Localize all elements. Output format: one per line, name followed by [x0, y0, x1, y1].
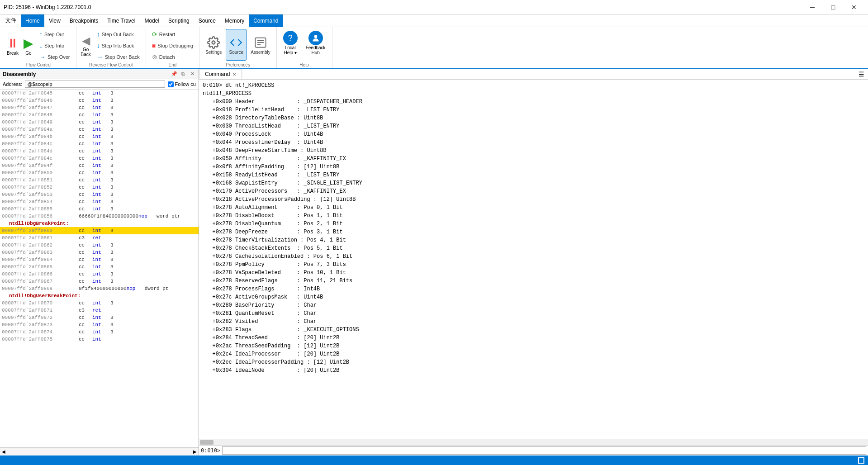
command-hscroll[interactable] [199, 439, 868, 445]
menu-item-model[interactable]: Model [140, 14, 164, 27]
restart-button[interactable]: ⟳ Restart [149, 29, 196, 40]
source-button[interactable]: Source [226, 29, 247, 61]
step-into-back-button[interactable]: ↓ Step Into Back [94, 40, 143, 51]
pane-close-button[interactable]: ✕ [189, 71, 196, 78]
ribbon-group-end: ⟳ Restart ■ Stop Debugging ⊗ Detach End [146, 27, 199, 68]
disasm-row[interactable]: 00007ffd`2aff084bccint3 [0, 133, 199, 140]
disasm-row[interactable]: 00007ffd`2aff0847ccint3 [0, 104, 199, 111]
command-output-line: +0x281 QuantumReset : Char [203, 309, 864, 318]
command-tab[interactable]: Command ✕ [199, 70, 242, 79]
disassembly-pane: Disassembly 📌 ⧉ ✕ Address: Follow cu 000… [0, 69, 199, 456]
step-over-back-button[interactable]: → Step Over Back [94, 52, 143, 62]
disasm-row[interactable]: 00007ffd`2aff0853ccint3 [0, 191, 199, 198]
command-output-line: +0x304 IdealNode : [20] Uint2B [203, 366, 864, 375]
disasm-row[interactable]: 00007ffd`2aff08680f1f840000000000nopdwor… [0, 285, 199, 292]
menu-item-文件[interactable]: 文件 [1, 14, 21, 27]
command-output-line: +0x018 ProfileListHead : _LIST_ENTRY [203, 106, 864, 114]
command-pane-menu[interactable]: ☰ [855, 71, 868, 78]
disasm-row[interactable]: 00007ffd`2aff084fccint3 [0, 162, 199, 169]
close-button[interactable]: ✕ [844, 0, 864, 14]
go-button[interactable]: ▶ Go [22, 35, 35, 57]
disasm-row[interactable]: 00007ffd`2aff0854ccint3 [0, 198, 199, 205]
command-output-line: +0x168 SwapListEntry : _SINGLE_LIST_ENTR… [203, 179, 864, 187]
command-output-line: +0x280 BasePriority : Char [203, 301, 864, 309]
step-out-button[interactable]: ↑ Step Out [36, 29, 73, 40]
go-back-button[interactable]: ◀ GoBack [79, 33, 93, 58]
command-output-line: ntdll!_KPROCESS [203, 90, 864, 98]
pane-float-button[interactable]: ⧉ [180, 71, 187, 78]
pane-pin-button[interactable]: 📌 [171, 71, 178, 78]
step-over-button[interactable]: → Step Over [36, 52, 73, 62]
feedback-hub-icon [308, 31, 323, 45]
command-output-line: +0x278 TimerVirtualization : Pos 4, 1 Bi… [203, 236, 864, 244]
disasm-row[interactable]: 00007ffd`2aff084cccint3 [0, 140, 199, 147]
disasm-row[interactable]: 00007ffd`2aff0852ccint3 [0, 184, 199, 191]
disasm-row[interactable]: 00007ffd`2aff084accint3 [0, 126, 199, 133]
disasm-row[interactable]: 00007ffd`2aff0871c3ret [0, 307, 199, 314]
minimize-button[interactable]: ─ [802, 0, 823, 14]
feedback-hub-button[interactable]: FeedbackHub [302, 29, 329, 57]
disasm-row[interactable]: 00007ffd`2aff0846ccint3 [0, 97, 199, 104]
menu-item-source[interactable]: Source [194, 14, 220, 27]
disasm-scroll-right[interactable]: ▶ [193, 449, 197, 454]
disasm-row[interactable]: 00007ffd`2aff0849ccint3 [0, 119, 199, 126]
break-icon: ⏸ [6, 36, 19, 51]
disasm-row[interactable]: 00007ffd`2aff0865ccint3 [0, 263, 199, 270]
disassembly-title: Disassembly [3, 71, 36, 77]
menu-item-command[interactable]: Command [249, 14, 283, 27]
maximize-button[interactable]: □ [823, 0, 844, 14]
menu-item-home[interactable]: Home [21, 14, 44, 27]
break-button[interactable]: ⏸ Break [5, 35, 21, 57]
step-over-icon: → [39, 53, 46, 61]
disasm-scroll-left[interactable]: ◀ [2, 449, 5, 454]
follow-cursor-checkbox[interactable]: Follow cu [168, 81, 196, 87]
disasm-row[interactable]: 00007ffd`2aff0860ccint3 [0, 227, 199, 234]
command-output-line: +0x278 ReservedFlags : Pos 11, 21 Bits [203, 277, 864, 285]
ribbon-group-reverse-flow: ◀ GoBack ↑ Step Out Back ↓ Step Into Bac… [76, 27, 146, 68]
address-label: Address: [3, 81, 22, 87]
disasm-row[interactable]: 00007ffd`2aff0855ccint3 [0, 205, 199, 213]
command-output-line: +0x170 ActiveProcessors : _KAFFINITY_EX [203, 187, 864, 195]
local-help-icon: ? [283, 31, 298, 45]
disasm-row[interactable]: 00007ffd`2aff0867ccint3 [0, 278, 199, 285]
disasm-row[interactable]: 00007ffd`2aff0873ccint3 [0, 321, 199, 328]
disasm-row[interactable]: 00007ffd`2aff0872ccint3 [0, 314, 199, 321]
svg-point-0 [212, 41, 215, 44]
command-output-line: +0x278 CacheIsolationEnabled : Pos 6, 1 … [203, 252, 864, 261]
step-out-back-button[interactable]: ↑ Step Out Back [94, 29, 143, 40]
local-help-button[interactable]: ? LocalHelp ▾ [280, 29, 301, 57]
menu-item-memory[interactable]: Memory [220, 14, 249, 27]
disasm-row[interactable]: 00007ffd`2aff0850ccint3 [0, 169, 199, 176]
disasm-row[interactable]: 00007ffd`2aff0848ccint3 [0, 111, 199, 119]
assembly-button[interactable]: Assembly [247, 29, 273, 61]
address-input[interactable] [25, 81, 165, 88]
disasm-row[interactable]: 00007ffd`2aff0870ccint3 [0, 299, 199, 307]
disasm-row[interactable]: 00007ffd`2aff084dccint3 [0, 147, 199, 155]
disasm-row[interactable]: 00007ffd`2aff0864ccint3 [0, 256, 199, 263]
menu-item-scripting[interactable]: Scripting [164, 14, 194, 27]
disasm-row[interactable]: 00007ffd`2aff0866ccint3 [0, 270, 199, 278]
disassembly-content[interactable]: 00007ffd`2aff0845ccint300007ffd`2aff0846… [0, 90, 199, 447]
disasm-row[interactable]: 00007ffd`2aff085666660f1f840000000000nop… [0, 213, 199, 220]
disasm-row[interactable]: 00007ffd`2aff0851ccint3 [0, 176, 199, 184]
stop-debugging-button[interactable]: ■ Stop Debugging [149, 40, 196, 51]
settings-button[interactable]: Settings [202, 29, 225, 61]
step-into-button[interactable]: ↓ Step Into [36, 40, 73, 51]
detach-button[interactable]: ⊗ Detach [149, 52, 196, 62]
statusbar [0, 456, 868, 465]
disasm-row[interactable]: 00007ffd`2aff0863ccint3 [0, 249, 199, 256]
disasm-row[interactable]: 00007ffd`2aff0845ccint3 [0, 90, 199, 97]
disasm-row[interactable]: 00007ffd`2aff0862ccint3 [0, 242, 199, 249]
command-output[interactable]: 0:010> dt nt!_KPROCESSntdll!_KPROCESS +0… [199, 80, 868, 439]
disasm-row[interactable]: 00007ffd`2aff084eccint3 [0, 155, 199, 162]
command-input[interactable] [222, 446, 866, 455]
command-output-line: +0x27c ActiveGroupsMask : Uint4B [203, 293, 864, 301]
menu-item-breakpoints[interactable]: Breakpoints [65, 14, 103, 27]
command-tab-close[interactable]: ✕ [232, 72, 236, 77]
menu-item-view[interactable]: View [44, 14, 65, 27]
disasm-row[interactable]: 00007ffd`2aff0874ccint3 [0, 328, 199, 336]
disassembly-titlebar: Disassembly 📌 ⧉ ✕ [0, 69, 199, 79]
disasm-row[interactable]: 00007ffd`2aff0861c3ret [0, 234, 199, 242]
menu-item-time-travel[interactable]: Time Travel [103, 14, 140, 27]
disasm-row[interactable]: 00007ffd`2aff0875ccint [0, 336, 199, 343]
